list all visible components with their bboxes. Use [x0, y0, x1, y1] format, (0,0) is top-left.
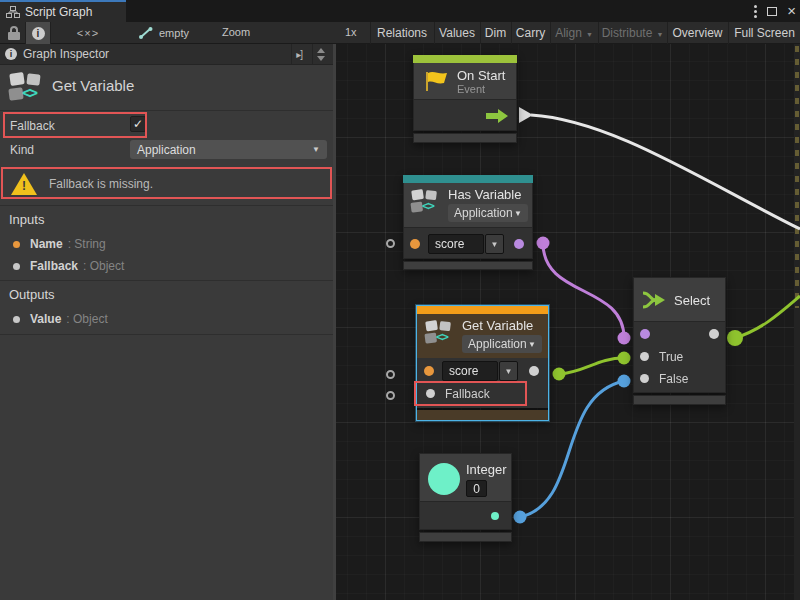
port-dot-icon — [13, 263, 20, 270]
inputs-heading: Inputs — [9, 212, 44, 227]
chevron-down-icon: ▼ — [528, 340, 536, 349]
chevron-down-icon: ▼ — [312, 145, 320, 154]
node-title: On Start — [457, 68, 505, 83]
inspected-node-title: Get Variable — [52, 77, 134, 94]
name-input-port[interactable] — [424, 366, 434, 376]
graph-toolbar: i <×> empty Zoom 1x Relations Values Dim… — [0, 22, 800, 44]
input-pin-row: Name : String — [0, 234, 333, 254]
maximize-icon[interactable] — [767, 7, 777, 16]
fallback-field-label: Fallback — [10, 119, 55, 133]
info-icon: i — [32, 27, 45, 40]
warning-text: Fallback is missing. — [49, 177, 153, 191]
true-port-label: True — [659, 350, 683, 364]
variable-name-field[interactable]: score — [442, 361, 498, 381]
inspector-toggle-button[interactable]: i — [25, 22, 51, 44]
node-title: Select — [674, 293, 710, 308]
node-subtitle: Event — [457, 83, 485, 95]
warning-message: ! Fallback is missing. — [3, 170, 330, 198]
variable-name-field[interactable]: score — [428, 234, 484, 254]
align-button[interactable]: Align▼ — [550, 22, 597, 44]
warning-icon: ! — [11, 173, 37, 195]
graph-inspector-title: Graph Inspector — [23, 47, 285, 61]
node-title: Get Variable — [462, 318, 533, 333]
integer-output-port[interactable] — [491, 512, 499, 520]
select-icon — [641, 287, 667, 313]
variable-picker-button[interactable]: ▼ — [485, 234, 504, 254]
flow-arrow-icon[interactable] — [486, 109, 508, 123]
inspected-node-block: <> Get Variable — [0, 65, 333, 111]
integer-value-field[interactable]: 0 — [466, 480, 487, 497]
info-icon: i — [5, 48, 17, 60]
bool-output-port[interactable] — [514, 239, 524, 249]
dock-icon[interactable]: ▸] — [291, 44, 306, 65]
node-select[interactable]: Select True False — [633, 277, 726, 405]
value-output-port[interactable] — [529, 366, 539, 376]
chevron-down-icon: ▼ — [514, 209, 522, 218]
fallback-checkbox[interactable]: ✓ — [130, 116, 146, 132]
true-input-port[interactable] — [640, 352, 649, 361]
code-view-button[interactable]: <×> — [62, 22, 114, 44]
variables-icon: <> — [9, 72, 47, 104]
graph-inspector-header: i Graph Inspector ▸] — [0, 44, 333, 65]
unconnected-port-icon[interactable] — [386, 391, 395, 400]
port-dot-icon — [13, 241, 20, 248]
chevron-down-icon: ▼ — [656, 31, 663, 38]
title-bar: Script Graph × — [0, 0, 800, 22]
node-has-variable[interactable]: <> Has Variable Application ▼ score ▼ — [403, 175, 533, 270]
tab-script-graph[interactable]: Script Graph — [0, 0, 126, 22]
outputs-heading: Outputs — [9, 287, 55, 302]
selection-status: empty — [159, 27, 189, 39]
graph-inspector-panel: i Graph Inspector ▸] <> Get Variable Fal… — [0, 44, 333, 600]
kind-field-label: Kind — [10, 143, 34, 157]
chevron-down-icon: ▼ — [586, 31, 593, 38]
overview-button[interactable]: Overview — [667, 22, 727, 44]
script-graph-window: Script Graph × i <×> empty Zoom 1x Relat — [0, 0, 800, 600]
wire-icon — [138, 26, 154, 40]
flag-icon — [423, 69, 449, 93]
chevron-down-icon: ▼ — [505, 367, 513, 376]
zoom-value: 1x — [345, 26, 357, 38]
values-button[interactable]: Values — [434, 22, 479, 44]
variables-icon: <> — [411, 189, 442, 215]
variable-kind-dropdown[interactable]: Application ▼ — [448, 204, 528, 222]
node-title: Integer — [466, 462, 506, 477]
carry-button[interactable]: Carry — [511, 22, 549, 44]
graph-icon — [6, 6, 20, 18]
panel-spinner[interactable] — [312, 44, 333, 65]
lock-icon[interactable] — [7, 26, 21, 40]
tab-title: Script Graph — [25, 5, 92, 19]
relations-button[interactable]: Relations — [370, 22, 433, 44]
fallback-input-port[interactable] — [426, 389, 435, 398]
variable-picker-button[interactable]: ▼ — [499, 361, 518, 381]
checkmark-icon: ✓ — [133, 117, 143, 131]
graph-canvas[interactable] — [336, 44, 800, 600]
full-screen-button[interactable]: Full Screen — [728, 22, 800, 44]
node-integer[interactable]: Integer 0 — [419, 453, 512, 542]
window-menu-icon[interactable] — [754, 5, 757, 18]
name-input-port[interactable] — [410, 239, 420, 249]
kind-dropdown[interactable]: Application ▼ — [130, 140, 327, 159]
false-input-port[interactable] — [640, 374, 649, 383]
chevron-down-icon: ▼ — [491, 240, 499, 249]
zoom-label: Zoom — [222, 26, 250, 38]
fallback-port-label: Fallback — [445, 387, 490, 401]
output-pin-row: Value : Object — [0, 309, 333, 329]
condition-input-port[interactable] — [640, 329, 650, 339]
input-pin-row: Fallback : Object — [0, 256, 333, 276]
dim-button[interactable]: Dim — [480, 22, 510, 44]
false-port-label: False — [659, 372, 688, 386]
integer-icon — [428, 463, 460, 495]
variable-kind-dropdown[interactable]: Application ▼ — [462, 335, 542, 353]
port-dot-icon — [13, 316, 20, 323]
node-get-variable[interactable]: <> Get Variable Application ▼ score ▼ Fa… — [416, 305, 549, 421]
close-icon[interactable]: × — [787, 6, 796, 16]
variables-icon: <> — [425, 320, 456, 346]
node-title: Has Variable — [448, 187, 521, 202]
selection-output-port[interactable] — [709, 329, 719, 339]
distribute-button[interactable]: Distribute▼ — [598, 22, 666, 44]
node-on-start[interactable]: On Start Event — [413, 55, 517, 143]
canvas-edge-marks — [795, 46, 799, 308]
unconnected-port-icon[interactable] — [386, 370, 395, 379]
unconnected-port-icon[interactable] — [386, 239, 395, 248]
